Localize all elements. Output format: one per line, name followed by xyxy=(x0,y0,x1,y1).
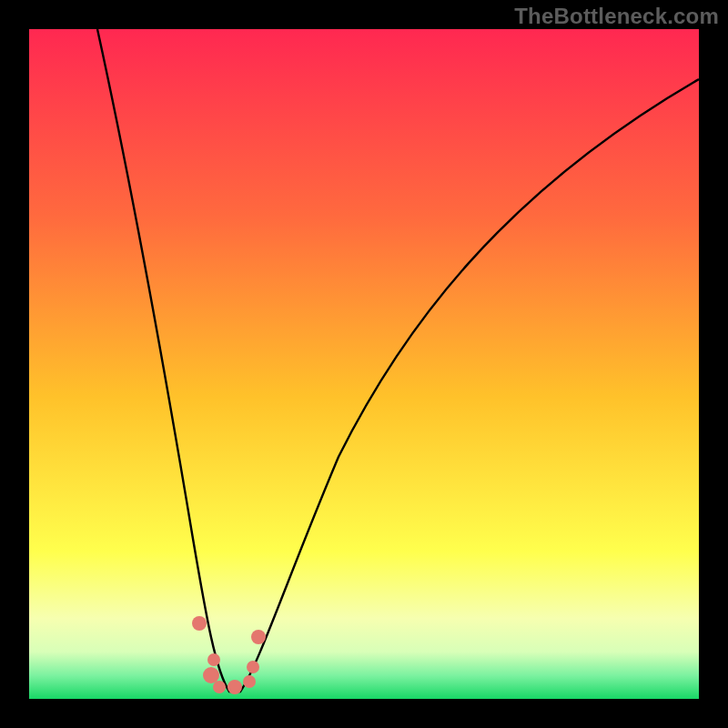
chart-frame: TheBottleneck.com xyxy=(0,0,728,728)
bottleneck-curve xyxy=(29,29,699,699)
curve-marker xyxy=(247,661,259,673)
curve-marker xyxy=(207,653,220,666)
curve-marker xyxy=(243,675,256,688)
curve-marker xyxy=(251,630,266,644)
plot-area xyxy=(29,29,699,699)
curve-marker xyxy=(213,681,226,693)
watermark-text: TheBottleneck.com xyxy=(514,4,719,29)
curve-marker xyxy=(228,680,242,694)
curve-marker xyxy=(192,616,207,631)
